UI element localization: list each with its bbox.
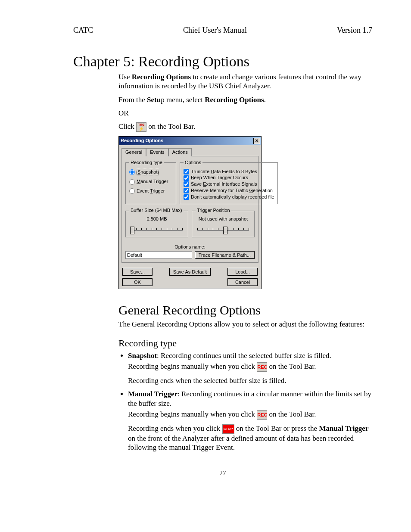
recording-type-list: Snapshot: Recording continues until the …: [118, 351, 372, 452]
close-icon[interactable]: ✕: [253, 138, 260, 144]
tab-general[interactable]: General: [121, 148, 146, 156]
ok-button[interactable]: OK: [122, 278, 153, 286]
dialog-button-row: Save... OK Save As Default Load... Cance…: [119, 265, 261, 289]
or-text: OR: [118, 109, 372, 118]
header-left: CATC: [73, 26, 93, 35]
dialog-titlebar: Recording Options ✕: [119, 137, 261, 145]
buffer-size-group: Buffer Size (64 MB Max) 0.500 MB: [125, 208, 188, 237]
recording-type-group: Recording type Snapshot Manual Trigger E…: [125, 160, 176, 205]
list-item-snapshot: Snapshot: Recording continues until the …: [128, 351, 372, 386]
buffer-size-value: 0.500 MB: [129, 216, 184, 222]
general-recording-options-text: The General Recording Options allow you …: [118, 320, 372, 329]
trigger-position-legend: Trigger Position: [196, 208, 231, 214]
tab-pane-general: Recording type Snapshot Manual Trigger E…: [121, 156, 258, 263]
options-legend: Options: [184, 160, 202, 166]
header-right: Version 1.7: [337, 26, 372, 35]
rec-toolbar-icon: REC: [257, 362, 267, 372]
trigger-position-text: Not used with snapshot: [196, 216, 251, 222]
page-header: CATC Chief User's Manual Version 1.7: [73, 26, 372, 36]
options-group: Options Truncate Data Fields to 8 Bytes …: [180, 160, 278, 205]
chk-save-ext[interactable]: [184, 181, 189, 187]
tab-events[interactable]: Events: [146, 148, 168, 156]
trigger-position-slider[interactable]: [196, 224, 251, 233]
recording-options-dialog: Recording Options ✕ General Events Actio…: [118, 136, 262, 289]
radio-manual-trigger[interactable]: [129, 179, 135, 185]
page-number: 27: [73, 470, 372, 477]
trigger-toolbar-icon: [136, 122, 146, 132]
save-button[interactable]: Save...: [122, 268, 153, 276]
intro-paragraph-2: From the Setup menu, select Recording Op…: [118, 95, 372, 104]
trace-filename-button[interactable]: Trace Filename & Path...: [195, 251, 255, 259]
stop-toolbar-icon: STOP: [222, 424, 234, 434]
buffer-size-legend: Buffer Size (64 MB Max): [129, 208, 184, 214]
intro-paragraph-1: Use Recording Options to create and chan…: [118, 72, 372, 91]
buffer-size-slider[interactable]: [129, 224, 184, 233]
general-recording-options-heading: General Recording Options: [118, 302, 372, 318]
save-as-default-button[interactable]: Save As Default: [169, 268, 211, 276]
chk-reserve[interactable]: [184, 188, 189, 193]
recording-type-heading: Recording type: [118, 337, 372, 349]
chk-dont-display[interactable]: [184, 194, 189, 200]
options-name-label: Options name:: [125, 244, 255, 250]
header-center: Chief User's Manual: [183, 26, 247, 35]
recording-type-legend: Recording type: [129, 160, 164, 166]
chk-truncate[interactable]: [184, 169, 189, 174]
radio-event-trigger[interactable]: [129, 188, 135, 194]
trigger-position-group: Trigger Position Not used with snapshot: [192, 208, 255, 237]
tab-actions[interactable]: Actions: [168, 148, 192, 156]
click-toolbar-line: Click on the Tool Bar.: [118, 122, 372, 132]
rec-toolbar-icon: REC: [257, 410, 267, 420]
radio-snapshot[interactable]: [129, 169, 135, 175]
chk-beep[interactable]: [184, 175, 189, 181]
load-button[interactable]: Load...: [227, 268, 258, 276]
dialog-title: Recording Options: [121, 138, 163, 144]
tab-row: General Events Actions: [119, 145, 261, 156]
options-name-input[interactable]: [125, 251, 192, 259]
chapter-title: Chapter 5: Recording Options: [73, 53, 372, 70]
list-item-manual-trigger: Manual Trigger: Recording continues in a…: [128, 389, 372, 452]
cancel-button[interactable]: Cancel: [227, 278, 258, 286]
